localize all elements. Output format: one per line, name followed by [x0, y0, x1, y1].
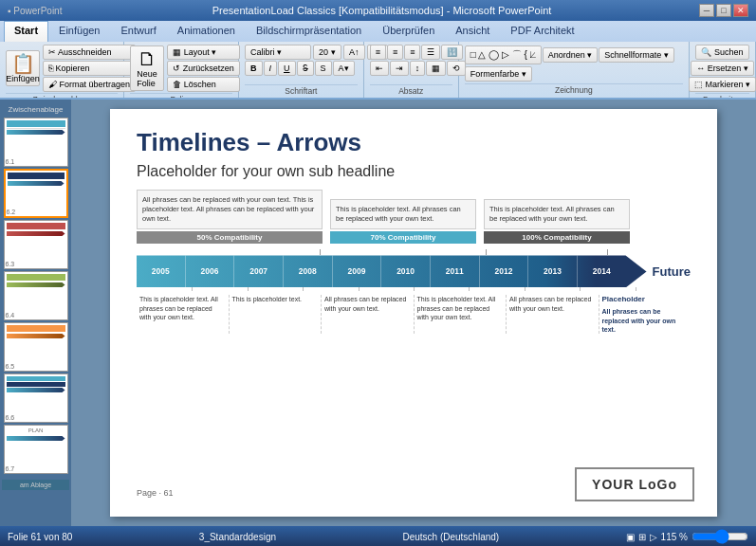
- language: Deutsch (Deutschland): [402, 532, 499, 542]
- slide-thumb-5[interactable]: 6.5: [4, 322, 68, 372]
- zoom-level: 115 %: [661, 532, 688, 542]
- callout-1[interactable]: All phrases can be replaced with your ow…: [137, 190, 323, 244]
- slide-thumb-3[interactable]: 6.3: [4, 220, 68, 269]
- bullet-button[interactable]: ☰: [421, 45, 440, 60]
- ribbon-group-absatz: ≡ ≡ ≡ ☰ 🔢 ⇤ ⇥ ↕ ▦ ⟲ Absatz: [364, 42, 459, 98]
- year-2011: 2011: [431, 255, 480, 287]
- slide-title[interactable]: Timelines – Arrows: [137, 128, 691, 157]
- below-item-4[interactable]: This is placeholder text. All phrases ca…: [415, 295, 507, 334]
- below-item-6[interactable]: Placeholder All phrases can be replaced …: [599, 295, 691, 334]
- below-item-2[interactable]: This is placeholder text.: [230, 295, 323, 334]
- tab-entwurf[interactable]: Entwurf: [111, 21, 167, 42]
- thumb-num-2: 6.2: [7, 209, 16, 215]
- font-color-button[interactable]: A▾: [333, 61, 355, 76]
- zoom-slider[interactable]: [691, 533, 748, 540]
- future-label: Future: [653, 264, 691, 279]
- tab-einfuegen[interactable]: Einfügen: [48, 21, 110, 42]
- below-item-1[interactable]: This is placeholder text. All phrases ca…: [137, 295, 230, 334]
- group-label-zwischenablage: Zwischenablage: [6, 93, 118, 99]
- shadow-button[interactable]: S: [315, 61, 332, 76]
- year-2005: 2005: [137, 255, 186, 287]
- suchen-button[interactable]: 🔍 Suchen: [695, 45, 748, 60]
- strikethrough-button[interactable]: S̶: [297, 61, 314, 76]
- callout-2-label: 70% Compatibility: [330, 231, 476, 244]
- slide-thumb-1[interactable]: 6.1: [4, 118, 68, 167]
- increase-font-button[interactable]: A↑: [343, 45, 365, 60]
- page-number: Page · 61: [137, 488, 174, 498]
- zuruecksetzen-button[interactable]: ↺ Zurücksetzen: [167, 61, 240, 76]
- tab-bildschirm[interactable]: Bildschirmpräsentation: [246, 21, 372, 42]
- indent-more-button[interactable]: ⇥: [390, 61, 409, 76]
- slide-count: Folie 61 von 80: [8, 532, 72, 542]
- font-name-select[interactable]: Calibri ▾: [245, 45, 311, 60]
- paste-icon: 📋: [11, 53, 35, 74]
- placeholder-text: All phrases can be replaced with your ow…: [602, 307, 689, 334]
- callout-2[interactable]: This is placeholder text. All phrases ca…: [330, 199, 476, 244]
- title-bar: ▪ PowerPoint PresentationLoad Classics […: [0, 0, 756, 21]
- group-label-zeichnung: Zeichnung: [465, 83, 683, 95]
- status-bar: Folie 61 von 80 3_Standarddesign Deutsch…: [0, 526, 756, 546]
- align-right-button[interactable]: ≡: [404, 45, 420, 60]
- ausschneiden-button[interactable]: ✂ Ausschneiden: [43, 45, 136, 60]
- tab-ansicht[interactable]: Ansicht: [445, 21, 500, 42]
- tab-pdf[interactable]: PDF Architekt: [500, 21, 584, 42]
- layout-button[interactable]: ▦ Layout ▾: [167, 45, 240, 60]
- font-size-select[interactable]: 20 ▾: [313, 45, 341, 60]
- slide-thumb-7[interactable]: PLAN 6.7: [4, 425, 68, 474]
- align-left-button[interactable]: ≡: [370, 45, 386, 60]
- ersetzen-button[interactable]: ↔ Ersetzen ▾: [691, 61, 754, 76]
- theme-name: 3_Standarddesign: [199, 532, 276, 542]
- tab-start[interactable]: Start: [4, 21, 48, 42]
- slide-subtitle[interactable]: Placeholder for your own sub headline: [137, 163, 691, 180]
- bold-button[interactable]: B: [245, 61, 263, 76]
- slide-thumb-2[interactable]: 6.2: [4, 169, 68, 218]
- maximize-button[interactable]: □: [716, 4, 731, 17]
- below-item-3[interactable]: All phrases can be replaced with your ow…: [322, 295, 415, 334]
- schnellformate-button[interactable]: Schnellformate ▾: [599, 47, 674, 63]
- tab-animationen[interactable]: Animationen: [167, 21, 246, 42]
- ribbon-group-zwischenablage: 📋 Einfügen ✂ Ausschneiden ⎘ Kopieren 🖌 F…: [0, 42, 124, 98]
- group-label-absatz: Absatz: [370, 84, 452, 96]
- slide-canvas[interactable]: Timelines – Arrows Placeholder for your …: [71, 100, 756, 526]
- minimize-button[interactable]: ─: [699, 4, 714, 17]
- markieren-button[interactable]: ⬚ Markieren ▾: [689, 77, 756, 92]
- close-button[interactable]: ✕: [733, 4, 748, 17]
- callout-3[interactable]: This is placeholder text. All phrases ca…: [484, 199, 630, 244]
- indent-less-button[interactable]: ⇤: [370, 61, 389, 76]
- view-slide-icon[interactable]: ⊞: [638, 532, 646, 542]
- einfuegen-button[interactable]: 📋 Einfügen: [6, 50, 40, 86]
- thumb-num-6: 6.6: [6, 414, 15, 421]
- shapes-button[interactable]: □ △ ◯ ▷ ⌒ { ⟀: [465, 46, 542, 64]
- logo-box[interactable]: YOUR LoGo: [575, 467, 694, 501]
- callout-1-text: All phrases can be replaced with your ow…: [137, 190, 323, 229]
- ribbon-group-zeichnung: □ △ ◯ ▷ ⌒ { ⟀ Anordnen ▾ Schnellformate …: [459, 42, 690, 98]
- view-present-icon[interactable]: ▷: [650, 532, 657, 542]
- italic-button[interactable]: I: [264, 61, 278, 76]
- arrange-button[interactable]: Anordnen ▾: [543, 47, 599, 63]
- kopieren-button[interactable]: ⎘ Kopieren: [43, 61, 136, 76]
- tab-ueberpruef[interactable]: Überprüfen: [372, 21, 445, 42]
- underline-button[interactable]: U: [278, 61, 296, 76]
- callout-3-label: 100% Compatibility: [484, 231, 630, 244]
- columns-button[interactable]: ▦: [426, 61, 446, 76]
- group-label-folien: Folien: [130, 93, 232, 99]
- align-center-button[interactable]: ≡: [387, 45, 403, 60]
- ribbon-body: 📋 Einfügen ✂ Ausschneiden ⎘ Kopieren 🖌 F…: [0, 42, 756, 99]
- slide-thumb-6[interactable]: 6.6: [4, 373, 68, 423]
- neue-folie-button[interactable]: 🗋 Neue Folie: [130, 46, 164, 91]
- thumb-num-4: 6.4: [6, 312, 15, 318]
- thumb-num-1: 6.1: [6, 158, 15, 165]
- slide-thumb-4[interactable]: 6.4: [4, 271, 68, 320]
- year-2010: 2010: [381, 255, 431, 287]
- panel-label: Zwischenablage: [2, 103, 69, 116]
- view-normal-icon[interactable]: ▣: [626, 532, 635, 542]
- title-bar-buttons[interactable]: ─ □ ✕: [699, 4, 748, 17]
- format-uebertragen-button[interactable]: 🖌 Format übertragen: [43, 77, 136, 92]
- slide: Timelines – Arrows Placeholder for your …: [110, 109, 717, 517]
- loeschen-button[interactable]: 🗑 Löschen: [167, 77, 240, 92]
- thumb-num-5: 6.5: [6, 363, 15, 370]
- line-spacing-button[interactable]: ↕: [410, 61, 426, 76]
- ribbon-group-bearbeiten: 🔍 Suchen ↔ Ersetzen ▾ ⬚ Markieren ▾ Bear…: [690, 42, 756, 98]
- below-item-5[interactable]: All phrases can be replaced with your ow…: [507, 295, 599, 334]
- formenfarbe-button[interactable]: Formenfarbe ▾: [465, 66, 532, 82]
